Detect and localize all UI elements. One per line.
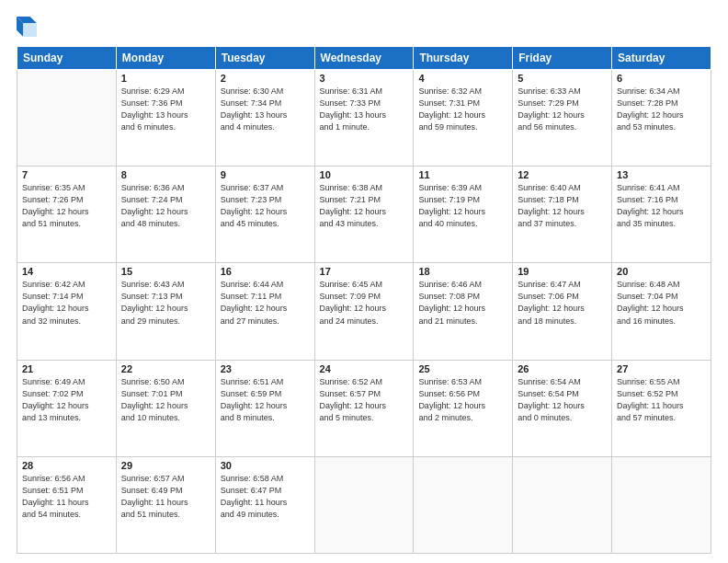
weekday-header-tuesday: Tuesday	[215, 47, 314, 70]
day-number: 1	[121, 73, 210, 84]
day-number: 24	[320, 363, 409, 374]
calendar-cell: 17Sunrise: 6:45 AM Sunset: 7:09 PM Dayli…	[314, 263, 414, 360]
calendar-cell	[17, 70, 117, 167]
week-row-5: 28Sunrise: 6:56 AM Sunset: 6:51 PM Dayli…	[17, 456, 711, 553]
weekday-header-wednesday: Wednesday	[314, 47, 414, 70]
calendar-cell: 28Sunrise: 6:56 AM Sunset: 6:51 PM Dayli…	[17, 456, 117, 553]
logo	[17, 17, 39, 37]
calendar: SundayMondayTuesdayWednesdayThursdayFrid…	[17, 46, 711, 554]
calendar-cell: 6Sunrise: 6:34 AM Sunset: 7:28 PM Daylig…	[612, 70, 711, 167]
calendar-cell: 10Sunrise: 6:38 AM Sunset: 7:21 PM Dayli…	[314, 167, 414, 263]
day-info: Sunrise: 6:51 AM Sunset: 6:59 PM Dayligh…	[221, 376, 310, 424]
weekday-header-saturday: Saturday	[612, 47, 711, 70]
day-number: 7	[22, 169, 111, 180]
day-number: 21	[22, 363, 111, 374]
day-info: Sunrise: 6:47 AM Sunset: 7:06 PM Dayligh…	[518, 279, 607, 327]
day-info: Sunrise: 6:52 AM Sunset: 6:57 PM Dayligh…	[320, 376, 409, 424]
weekday-header-monday: Monday	[116, 47, 215, 70]
day-info: Sunrise: 6:32 AM Sunset: 7:31 PM Dayligh…	[418, 86, 507, 133]
day-number: 29	[121, 460, 210, 471]
calendar-cell: 9Sunrise: 6:37 AM Sunset: 7:23 PM Daylig…	[215, 167, 314, 263]
weekday-header-friday: Friday	[513, 47, 612, 70]
calendar-cell: 13Sunrise: 6:41 AM Sunset: 7:16 PM Dayli…	[612, 167, 711, 263]
calendar-cell: 24Sunrise: 6:52 AM Sunset: 6:57 PM Dayli…	[314, 360, 414, 456]
day-info: Sunrise: 6:54 AM Sunset: 6:54 PM Dayligh…	[518, 376, 607, 424]
day-number: 14	[22, 266, 111, 277]
weekday-header-thursday: Thursday	[414, 47, 513, 70]
calendar-cell: 1Sunrise: 6:29 AM Sunset: 7:36 PM Daylig…	[116, 70, 215, 167]
calendar-cell: 12Sunrise: 6:40 AM Sunset: 7:18 PM Dayli…	[513, 167, 612, 263]
day-number: 15	[121, 266, 210, 277]
day-info: Sunrise: 6:39 AM Sunset: 7:19 PM Dayligh…	[418, 182, 507, 230]
calendar-cell: 18Sunrise: 6:46 AM Sunset: 7:08 PM Dayli…	[414, 263, 513, 360]
calendar-cell: 16Sunrise: 6:44 AM Sunset: 7:11 PM Dayli…	[215, 263, 314, 360]
week-row-4: 21Sunrise: 6:49 AM Sunset: 7:02 PM Dayli…	[17, 360, 711, 456]
calendar-cell: 3Sunrise: 6:31 AM Sunset: 7:33 PM Daylig…	[314, 70, 414, 167]
day-number: 22	[121, 363, 210, 374]
day-info: Sunrise: 6:36 AM Sunset: 7:24 PM Dayligh…	[121, 182, 210, 230]
day-info: Sunrise: 6:58 AM Sunset: 6:47 PM Dayligh…	[221, 473, 310, 521]
calendar-cell: 19Sunrise: 6:47 AM Sunset: 7:06 PM Dayli…	[513, 263, 612, 360]
calendar-cell: 23Sunrise: 6:51 AM Sunset: 6:59 PM Dayli…	[215, 360, 314, 456]
day-info: Sunrise: 6:46 AM Sunset: 7:08 PM Dayligh…	[418, 279, 507, 327]
day-number: 20	[617, 266, 706, 277]
calendar-cell: 7Sunrise: 6:35 AM Sunset: 7:26 PM Daylig…	[17, 167, 117, 263]
weekday-header-sunday: Sunday	[17, 47, 117, 70]
header	[17, 17, 711, 37]
day-number: 27	[617, 363, 706, 374]
day-number: 23	[221, 363, 310, 374]
calendar-cell: 21Sunrise: 6:49 AM Sunset: 7:02 PM Dayli…	[17, 360, 117, 456]
day-info: Sunrise: 6:43 AM Sunset: 7:13 PM Dayligh…	[121, 279, 210, 327]
day-info: Sunrise: 6:33 AM Sunset: 7:29 PM Dayligh…	[518, 86, 607, 133]
calendar-cell	[414, 456, 513, 553]
weekday-header-row: SundayMondayTuesdayWednesdayThursdayFrid…	[17, 47, 711, 70]
day-info: Sunrise: 6:42 AM Sunset: 7:14 PM Dayligh…	[22, 279, 111, 327]
day-number: 19	[518, 266, 607, 277]
day-info: Sunrise: 6:37 AM Sunset: 7:23 PM Dayligh…	[221, 182, 310, 230]
day-info: Sunrise: 6:40 AM Sunset: 7:18 PM Dayligh…	[518, 182, 607, 230]
calendar-cell: 15Sunrise: 6:43 AM Sunset: 7:13 PM Dayli…	[116, 263, 215, 360]
calendar-cell: 20Sunrise: 6:48 AM Sunset: 7:04 PM Dayli…	[612, 263, 711, 360]
day-info: Sunrise: 6:38 AM Sunset: 7:21 PM Dayligh…	[320, 182, 409, 230]
day-number: 16	[221, 266, 310, 277]
day-info: Sunrise: 6:56 AM Sunset: 6:51 PM Dayligh…	[22, 473, 111, 521]
day-info: Sunrise: 6:30 AM Sunset: 7:34 PM Dayligh…	[221, 86, 310, 133]
day-number: 28	[22, 460, 111, 471]
day-number: 8	[121, 169, 210, 180]
logo-icon	[17, 17, 37, 37]
day-number: 17	[320, 266, 409, 277]
day-number: 10	[320, 169, 409, 180]
day-number: 12	[518, 169, 607, 180]
calendar-cell	[513, 456, 612, 553]
day-info: Sunrise: 6:55 AM Sunset: 6:52 PM Dayligh…	[617, 376, 706, 424]
day-number: 5	[518, 73, 607, 84]
day-number: 6	[617, 73, 706, 84]
week-row-3: 14Sunrise: 6:42 AM Sunset: 7:14 PM Dayli…	[17, 263, 711, 360]
calendar-cell: 11Sunrise: 6:39 AM Sunset: 7:19 PM Dayli…	[414, 167, 513, 263]
calendar-cell	[612, 456, 711, 553]
day-number: 26	[518, 363, 607, 374]
calendar-cell: 2Sunrise: 6:30 AM Sunset: 7:34 PM Daylig…	[215, 70, 314, 167]
day-info: Sunrise: 6:34 AM Sunset: 7:28 PM Dayligh…	[617, 86, 706, 133]
calendar-cell: 30Sunrise: 6:58 AM Sunset: 6:47 PM Dayli…	[215, 456, 314, 553]
day-info: Sunrise: 6:29 AM Sunset: 7:36 PM Dayligh…	[121, 86, 210, 133]
day-number: 4	[418, 73, 507, 84]
day-number: 2	[221, 73, 310, 84]
day-number: 13	[617, 169, 706, 180]
day-info: Sunrise: 6:45 AM Sunset: 7:09 PM Dayligh…	[320, 279, 409, 327]
day-number: 18	[418, 266, 507, 277]
day-info: Sunrise: 6:53 AM Sunset: 6:56 PM Dayligh…	[418, 376, 507, 424]
week-row-1: 1Sunrise: 6:29 AM Sunset: 7:36 PM Daylig…	[17, 70, 711, 167]
calendar-cell: 27Sunrise: 6:55 AM Sunset: 6:52 PM Dayli…	[612, 360, 711, 456]
day-info: Sunrise: 6:44 AM Sunset: 7:11 PM Dayligh…	[221, 279, 310, 327]
day-info: Sunrise: 6:57 AM Sunset: 6:49 PM Dayligh…	[121, 473, 210, 521]
day-number: 11	[418, 169, 507, 180]
day-info: Sunrise: 6:48 AM Sunset: 7:04 PM Dayligh…	[617, 279, 706, 327]
calendar-cell: 8Sunrise: 6:36 AM Sunset: 7:24 PM Daylig…	[116, 167, 215, 263]
day-info: Sunrise: 6:31 AM Sunset: 7:33 PM Dayligh…	[320, 86, 409, 133]
calendar-cell: 14Sunrise: 6:42 AM Sunset: 7:14 PM Dayli…	[17, 263, 117, 360]
day-info: Sunrise: 6:35 AM Sunset: 7:26 PM Dayligh…	[22, 182, 111, 230]
day-number: 25	[418, 363, 507, 374]
calendar-cell	[314, 456, 414, 553]
page: SundayMondayTuesdayWednesdayThursdayFrid…	[0, 0, 728, 563]
